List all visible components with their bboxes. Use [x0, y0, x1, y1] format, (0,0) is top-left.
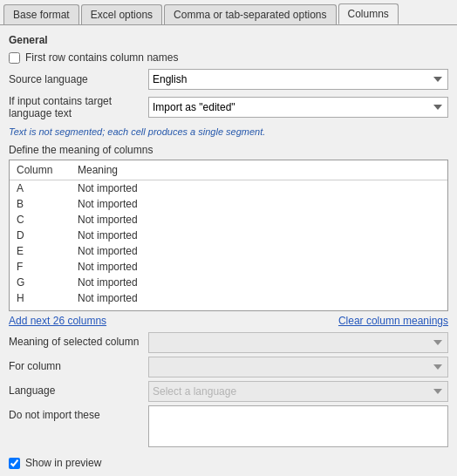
table-row[interactable]: A Not imported	[10, 180, 447, 196]
source-language-label: Source language	[9, 73, 148, 85]
row-meaning: Not imported	[71, 197, 447, 211]
row-column: F	[10, 260, 71, 274]
tab-excel-options[interactable]: Excel options	[81, 4, 162, 24]
meaning-label: Meaning of selected column	[9, 332, 148, 348]
row-meaning: Not imported	[71, 244, 447, 258]
for-column-select[interactable]	[148, 357, 448, 377]
table-row[interactable]: E Not imported	[10, 243, 447, 259]
target-language-label: If input contains target language text	[9, 95, 148, 119]
language-label: Language	[9, 381, 148, 397]
row-meaning: Not imported	[71, 213, 447, 227]
table-row[interactable]: D Not imported	[10, 228, 447, 243]
tab-comma-tab-options[interactable]: Comma or tab-separated options	[164, 4, 336, 24]
tab-bar: Base format Excel options Comma or tab-s…	[0, 0, 457, 25]
source-language-control: English French German Spanish	[148, 69, 448, 90]
row-meaning: Not imported	[71, 181, 447, 195]
row-column: G	[10, 275, 71, 289]
row-meaning: Not imported	[71, 260, 447, 274]
header-column: Column	[10, 162, 71, 178]
clear-column-meanings-button[interactable]: Clear column meanings	[338, 315, 448, 327]
preview-row: Show in preview	[9, 457, 448, 469]
target-language-control: Import as "edited" Import as "reviewed" …	[148, 97, 448, 118]
first-row-label: First row contains column names	[25, 51, 178, 64]
define-columns-label: Define the meaning of columns	[9, 144, 448, 156]
row-column: B	[10, 197, 71, 211]
bottom-section: Meaning of selected column For column	[9, 332, 448, 450]
row-column: D	[10, 228, 71, 242]
do-not-import-row: Do not import these	[9, 405, 448, 450]
row-column: E	[10, 244, 71, 258]
language-select[interactable]: Select a language	[148, 381, 448, 402]
target-language-row: If input contains target language text I…	[9, 95, 448, 119]
target-language-select[interactable]: Import as "edited" Import as "reviewed" …	[148, 97, 448, 118]
language-control: Select a language	[148, 381, 448, 402]
preview-label: Show in preview	[25, 457, 101, 469]
for-column-row: For column	[9, 357, 448, 377]
do-not-import-textarea[interactable]	[148, 405, 448, 447]
meaning-control	[148, 332, 448, 353]
add-columns-button[interactable]: Add next 26 columns	[9, 315, 106, 327]
preview-checkbox[interactable]	[9, 458, 20, 469]
columns-table: Column Meaning A Not imported B Not impo…	[9, 160, 448, 311]
row-meaning: Not imported	[71, 291, 447, 305]
row-meaning: Not imported	[71, 275, 447, 289]
meaning-row: Meaning of selected column	[9, 332, 448, 353]
table-body[interactable]: A Not imported B Not imported C Not impo…	[10, 180, 447, 310]
do-not-import-label: Do not import these	[9, 405, 148, 421]
table-header: Column Meaning	[10, 160, 447, 180]
do-not-import-control	[148, 405, 448, 450]
row-column: H	[10, 291, 71, 305]
info-text: Text is not segmented; each cell produce…	[9, 126, 448, 137]
header-meaning: Meaning	[71, 162, 447, 178]
table-row[interactable]: B Not imported	[10, 196, 447, 212]
for-column-label: For column	[9, 357, 148, 372]
table-row[interactable]: C Not imported	[10, 212, 447, 228]
main-window: Base format Excel options Comma or tab-s…	[0, 0, 457, 476]
source-language-select[interactable]: English French German Spanish	[148, 69, 448, 90]
table-row[interactable]: F Not imported	[10, 259, 447, 275]
tab-base-format[interactable]: Base format	[3, 4, 79, 24]
language-row: Language Select a language	[9, 381, 448, 402]
for-column-control	[148, 357, 448, 377]
row-column: C	[10, 213, 71, 227]
first-row-checkbox[interactable]	[9, 52, 20, 64]
action-row: Add next 26 columns Clear column meaning…	[9, 315, 448, 327]
first-row-checkbox-row: First row contains column names	[9, 51, 448, 64]
source-language-row: Source language English French German Sp…	[9, 69, 448, 90]
tab-columns[interactable]: Columns	[338, 3, 399, 24]
table-row[interactable]: G Not imported	[10, 275, 447, 290]
meaning-select[interactable]	[148, 332, 448, 353]
row-column: A	[10, 181, 71, 195]
general-section-label: General	[9, 34, 448, 46]
define-columns-section: Define the meaning of columns Column Mea…	[9, 144, 448, 450]
table-row[interactable]: H Not imported	[10, 290, 447, 306]
row-meaning: Not imported	[71, 228, 447, 242]
content-area: General First row contains column names …	[0, 25, 457, 476]
